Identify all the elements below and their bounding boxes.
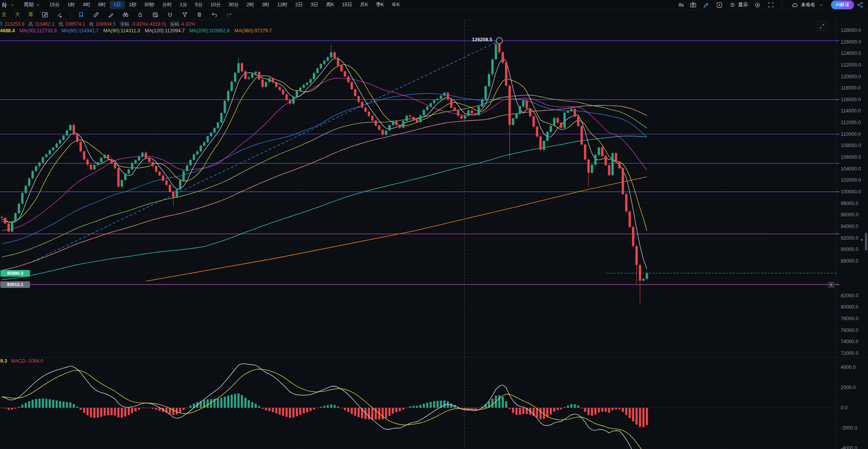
camera-icon [689, 2, 696, 9]
chevron-down-icon [818, 2, 825, 9]
period-dropdown[interactable]: 周期 [20, 1, 46, 9]
price-axis[interactable]: 128000.0126000.0124000.0122000.0120000.0… [837, 0, 868, 449]
timeframe-4时[interactable]: 4时 [79, 1, 94, 9]
timeframe-月K[interactable]: 月K [356, 1, 372, 9]
period-label: 周期 [24, 2, 33, 8]
tool-main-indicator[interactable]: 主 [0, 11, 11, 18]
timeframe-2时[interactable]: 2时 [243, 1, 258, 9]
measure-tool-button[interactable] [89, 11, 103, 19]
chart-type-button[interactable] [0, 1, 20, 9]
display-settings-button[interactable]: 显示 [727, 1, 750, 9]
price-tick: 112000.0 [841, 120, 866, 125]
workspace-button[interactable]: 未命名 [787, 1, 829, 9]
lock-open-icon [137, 11, 144, 18]
crosshair-price-tag: 83913.1 [0, 281, 30, 288]
price-tick: 102000.0 [841, 177, 866, 183]
undo-button[interactable] [207, 11, 222, 19]
magnet-tool-button[interactable] [163, 11, 177, 19]
timeframe-年K[interactable]: 年K [388, 1, 404, 9]
timeframe-1日[interactable]: 1日 [110, 1, 125, 9]
undo-icon [211, 11, 218, 18]
lock-tool-button[interactable] [133, 11, 148, 19]
timeframe-季K[interactable]: 季K [372, 1, 388, 9]
bookmark-tool-button[interactable] [74, 11, 89, 19]
timeframe-3日[interactable]: 3日 [307, 1, 322, 9]
timeframe-30分[interactable]: 30分 [224, 1, 242, 9]
price-tick: 90000.0 [841, 247, 866, 252]
chevron-down-icon [35, 2, 42, 9]
maximize-pane-icon[interactable] [817, 21, 826, 31]
price-tick: 82000.0 [841, 293, 866, 298]
redo-button[interactable] [222, 11, 237, 19]
top-toolbar: 周期 15分1时4时8时1日1秒30秒分时1分5分10分30分2时3时12时2日… [0, 0, 868, 10]
draw-button[interactable] [701, 1, 712, 9]
list-icon [729, 2, 736, 9]
price-tick: 120000.0 [841, 74, 866, 79]
price-tick: 78000.0 [841, 316, 866, 321]
macd-tick: -2000.0 [841, 425, 866, 431]
edit-square-icon [42, 11, 49, 18]
timeframe-1时[interactable]: 1时 [63, 1, 79, 9]
timeframe-1分[interactable]: 1分 [176, 1, 191, 9]
current-price-tag: 85880.2 [0, 270, 30, 277]
compare-tool-button[interactable] [118, 11, 133, 19]
price-tick: 100000.0 [841, 189, 866, 195]
timeframe-15日[interactable]: 15日 [338, 1, 356, 9]
timeframe-周K[interactable]: 周K [322, 1, 338, 9]
settings-button[interactable] [752, 1, 763, 9]
timeframe-分时[interactable]: 分时 [158, 1, 176, 9]
timeframe-15分[interactable]: 15分 [46, 1, 63, 9]
timeframe-1秒[interactable]: 1秒 [125, 1, 140, 9]
redo-icon [226, 11, 233, 18]
cloud-icon [791, 2, 798, 9]
trash-icon [196, 11, 203, 18]
delete-drawings-button[interactable] [192, 11, 207, 19]
trading-app: 周期 15分1时4时8时1日1秒30秒分时1分5分10分30分2时3时12时2日… [0, 0, 868, 449]
price-tick: 96000.0 [841, 212, 866, 217]
price-tick: 76000.0 [841, 328, 866, 333]
axis-scroll-thumb[interactable] [865, 233, 867, 251]
display-label: 显示 [738, 2, 748, 8]
fullscreen-button[interactable] [765, 1, 776, 9]
price-tick: 72000.0 [841, 351, 866, 356]
ai-analysis-button[interactable]: AI解读 [831, 0, 854, 9]
timeframe-3时[interactable]: 3时 [258, 1, 273, 9]
tool-big-order[interactable]: 大 [11, 11, 25, 18]
pen-tool-button[interactable] [103, 11, 118, 19]
timeframe-2日[interactable]: 2日 [291, 1, 307, 9]
timeframe-12时[interactable]: 12时 [274, 1, 291, 9]
price-tick: 88000.0 [841, 258, 866, 264]
add-alert-button[interactable]: + [828, 282, 835, 288]
price-tick: 108000.0 [841, 143, 866, 148]
price-tick: 118000.0 [841, 85, 866, 91]
price-tick: 116000.0 [841, 97, 866, 102]
screenshot-button[interactable] [687, 1, 698, 9]
share-icon[interactable] [856, 2, 863, 9]
price-tick: 106000.0 [841, 154, 866, 160]
timeframe-list: 15分1时4时8时1日1秒30秒分时1分5分10分30分2时3时12时2日3日周… [46, 1, 404, 9]
countdown-timer: 0s [677, 2, 685, 8]
macd-tick: 4000.0 [841, 365, 866, 370]
tool-chips[interactable]: 筹 [24, 11, 38, 18]
binoculars-icon [122, 11, 129, 18]
price-tick: 74000.0 [841, 339, 866, 344]
macd-tick: 0.0 [841, 405, 866, 410]
edit-chart-button[interactable] [38, 11, 53, 19]
fullscreen-icon [767, 2, 774, 9]
timeframe-5分[interactable]: 5分 [191, 1, 207, 9]
collapse-axis-arrow[interactable]: ◂ [861, 237, 863, 242]
price-tick: 94000.0 [841, 224, 866, 229]
timeframe-30秒[interactable]: 30秒 [140, 1, 158, 9]
macd-tick: -4000.0 [841, 445, 866, 449]
notes-tool-button[interactable] [148, 11, 163, 19]
price-chart-canvas[interactable] [0, 0, 868, 449]
filter-tool-button[interactable] [177, 11, 192, 19]
magic-cursor-button[interactable] [53, 11, 67, 19]
chevron-down-icon [9, 2, 16, 9]
price-tick: 110000.0 [841, 132, 866, 137]
add-pane-button[interactable] [714, 1, 725, 9]
drawing-toolbar: 主 大 筹 [0, 10, 868, 19]
price-tick: 128000.0 [841, 28, 866, 33]
timeframe-10分[interactable]: 10分 [207, 1, 224, 9]
timeframe-8时[interactable]: 8时 [94, 1, 109, 9]
